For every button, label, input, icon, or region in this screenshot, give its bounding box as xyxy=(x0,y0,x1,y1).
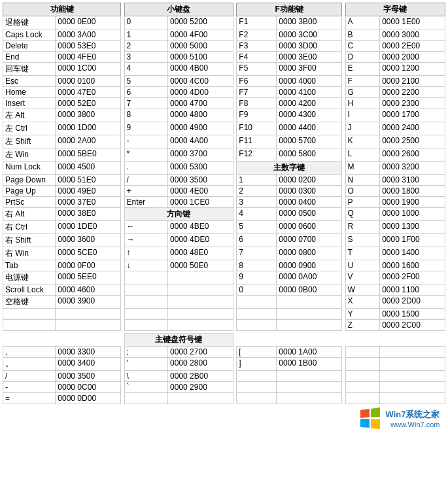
table-cell: 0000 0A00 xyxy=(277,271,342,284)
table-cell xyxy=(168,296,233,309)
table-cell: H xyxy=(345,98,380,109)
table-cell: 0000 0C00 xyxy=(56,382,121,393)
table-cell: F5 xyxy=(237,63,277,76)
table-cell: 电源键 xyxy=(3,271,56,284)
table-cell xyxy=(277,309,342,320)
table-cell: 0000 2C00 xyxy=(380,320,445,331)
table-cell: / xyxy=(124,175,167,186)
symbol-section-header: 主键盘符号键 xyxy=(124,334,233,347)
watermark-cell: Win7系统之家www.Win7.com xyxy=(3,404,445,434)
table-cell: 0000 1800 xyxy=(380,186,445,197)
table-cell xyxy=(237,309,277,320)
table-cell: Num Lock xyxy=(3,162,56,175)
table-cell: 0000 47E0 xyxy=(56,87,121,98)
table-row: End0000 4FE030000 5100F40000 3E00D0000 2… xyxy=(3,52,445,63)
table-cell: Delete xyxy=(3,41,56,52)
table-cell xyxy=(345,358,380,371)
table-cell: K xyxy=(345,135,380,148)
table-cell: 右 Win xyxy=(3,247,56,260)
table-cell: ' xyxy=(124,358,167,371)
table-cell: 0000 1400 xyxy=(380,247,445,260)
table-cell: F4 xyxy=(237,52,277,63)
table-cell xyxy=(124,271,167,284)
table-cell: 0000 0B00 xyxy=(277,284,342,296)
table-cell: 0000 1C00 xyxy=(56,63,121,76)
table-cell: J xyxy=(345,122,380,135)
table-cell: 0000 1D00 xyxy=(56,122,121,135)
table-row: 回车键0000 1C0040000 4B00F50000 3F00E0000 1… xyxy=(3,63,445,76)
table-cell: 0000 3B00 xyxy=(277,16,342,29)
table-cell: Home xyxy=(3,87,56,98)
table-cell: 0000 4900 xyxy=(168,122,233,135)
table-cell: 8 xyxy=(124,109,167,122)
table-cell: 0000 4D00 xyxy=(168,87,233,98)
table-cell xyxy=(237,371,277,382)
table-row: Scroll Lock0000 460000000 0B00W0000 1100 xyxy=(3,284,445,296)
table-cell: R xyxy=(345,221,380,234)
table-cell: C xyxy=(345,41,380,52)
table-cell: 0000 2800 xyxy=(168,358,233,371)
table-cell: 0000 4B00 xyxy=(168,63,233,76)
table-cell xyxy=(124,284,167,296)
table-cell: 0000 38E0 xyxy=(56,208,121,221)
table-cell: 0000 5300 xyxy=(168,162,233,175)
table-cell: 0000 4100 xyxy=(277,87,342,98)
table-cell: 0000 37E0 xyxy=(56,197,121,208)
table-cell: ↑ xyxy=(124,247,167,260)
table-cell: 0000 1200 xyxy=(380,63,445,76)
table-cell: 0000 0600 xyxy=(277,221,342,234)
symbol-header-row: 主键盘符号键 xyxy=(3,334,445,347)
table-cell: / xyxy=(3,371,56,382)
table-cell: . xyxy=(124,162,167,175)
table-cell: F2 xyxy=(237,29,277,41)
table-row: Num Lock0000 4500.0000 5300主数字键M0000 320… xyxy=(3,162,445,175)
table-row: Esc0000 010050000 4C00F60000 4000F0000 2… xyxy=(3,76,445,87)
table-cell: X xyxy=(345,296,380,309)
symbol-row: =0000 0D00 xyxy=(3,393,445,404)
table-cell: 0000 2300 xyxy=(380,98,445,109)
table-cell: 0000 3900 xyxy=(56,296,121,309)
table-cell: 0000 4400 xyxy=(277,122,342,135)
table-cell: PrtSc xyxy=(3,197,56,208)
table-cell: 9 xyxy=(124,122,167,135)
table-cell: P xyxy=(345,197,380,208)
table-cell: 0000 4A00 xyxy=(168,135,233,148)
symbol-row: -0000 0C00`0000 2900 xyxy=(3,382,445,393)
table-cell: 0000 3500 xyxy=(168,175,233,186)
table-cell xyxy=(380,347,445,358)
table-cell xyxy=(168,393,233,404)
table-cell: 0000 3A00 xyxy=(56,29,121,41)
table-cell: - xyxy=(124,135,167,148)
table-cell: 1 xyxy=(237,175,277,186)
table-cell: 0000 4500 xyxy=(56,162,121,175)
table-cell xyxy=(168,320,233,331)
table-cell: 左 Ctrl xyxy=(3,122,56,135)
table-cell xyxy=(277,371,342,382)
table-cell xyxy=(380,382,445,393)
table-cell: 0000 2E00 xyxy=(380,41,445,52)
table-cell: 右 Ctrl xyxy=(3,221,56,234)
table-cell xyxy=(124,296,167,309)
table-cell: 0000 49E0 xyxy=(56,186,121,197)
table-cell: 0000 4FE0 xyxy=(56,52,121,63)
table-cell: 右 Alt xyxy=(3,208,56,221)
table-cell: 5 xyxy=(237,221,277,234)
table-cell: 0000 1900 xyxy=(380,197,445,208)
table-cell: S xyxy=(345,234,380,247)
table-cell xyxy=(380,393,445,404)
table-cell: 0000 3200 xyxy=(380,162,445,175)
table-cell: 0000 4BE0 xyxy=(168,221,233,234)
table-cell: 0000 3400 xyxy=(56,358,121,371)
table-cell: Y xyxy=(345,309,380,320)
table-cell: D xyxy=(345,52,380,63)
table-cell: 0000 1E00 xyxy=(380,16,445,29)
watermark-text-block: Win7系统之家www.Win7.com xyxy=(386,409,440,428)
table-cell: 右 Shift xyxy=(3,234,56,247)
table-row: 右 Ctrl0000 1DE0←0000 4BE050000 0600R0000… xyxy=(3,221,445,234)
table-cell: Scroll Lock xyxy=(3,284,56,296)
table-cell: 0000 0900 xyxy=(277,260,342,271)
table-cell xyxy=(277,382,342,393)
header-row: 功能键 小键盘 F功能键 字母键 xyxy=(3,3,445,16)
table-cell: 0000 0400 xyxy=(277,197,342,208)
table-cell: 0000 3300 xyxy=(56,347,121,358)
